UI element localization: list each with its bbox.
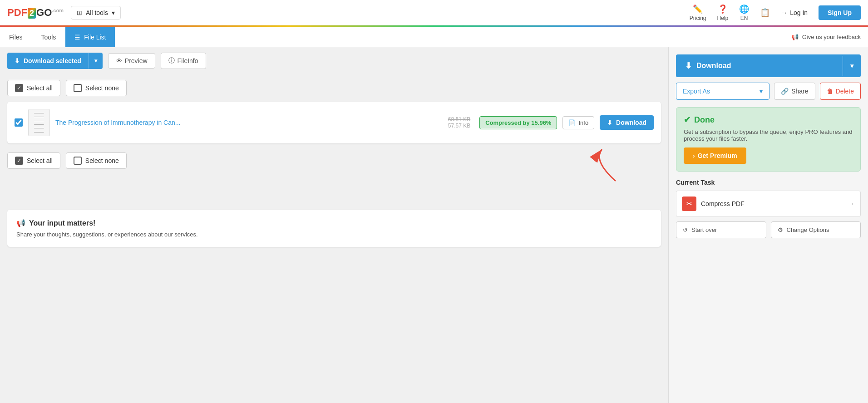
- left-panel: ⬇ Download selected ▾ 👁 Preview ⓘ FileIn…: [0, 47, 668, 403]
- pricing-icon: ✏️: [693, 4, 703, 14]
- lang-label: EN: [740, 15, 748, 21]
- action-row: Export As ▾ 🔗 Share 🗑 Delete: [676, 83, 861, 100]
- right-panel: ⬇ Download ▾ Export As ▾ 🔗 Share 🗑 Delet…: [668, 47, 868, 403]
- current-task-label: Current Task: [676, 179, 861, 186]
- language-nav[interactable]: 🌐 EN: [739, 4, 749, 21]
- file-thumbnail: ──────────────────────────────: [28, 109, 50, 136]
- file-list-label: File List: [84, 34, 106, 41]
- done-text: Get a subscription to bypass the queue, …: [684, 128, 853, 142]
- start-over-button[interactable]: ↺ Start over: [676, 221, 766, 238]
- log-in-label: Log In: [790, 9, 808, 16]
- grid-icon: ⊞: [77, 9, 82, 16]
- top-select-bar: ✓ Select all Select none: [7, 74, 661, 102]
- download-file-button[interactable]: ⬇ Download: [600, 115, 654, 130]
- share-label: Share: [791, 88, 808, 95]
- download-dropdown-arrow[interactable]: ▾: [843, 56, 861, 76]
- premium-arrow-icon: ›: [693, 152, 695, 159]
- select-all-label-bottom: Select all: [27, 157, 53, 164]
- feedback-text: Share your thoughts, suggestions, or exp…: [16, 231, 652, 238]
- select-none-button-bottom[interactable]: Select none: [66, 152, 127, 169]
- feedback-title-text: Your input matters!: [29, 219, 95, 227]
- done-title: ✔ Done: [684, 115, 853, 125]
- select-none-button-top[interactable]: Select none: [66, 80, 127, 96]
- file-item: ────────────────────────────── The Progr…: [7, 102, 661, 143]
- info-doc-icon: 📄: [568, 119, 576, 126]
- megaphone-icon: 📢: [791, 34, 799, 40]
- compress-pdf-icon: ✂: [682, 197, 696, 211]
- feedback-nav[interactable]: 📢 Give us your feedback: [791, 34, 868, 40]
- get-premium-label: Get Premium: [698, 152, 737, 159]
- delete-button[interactable]: 🗑 Delete: [820, 83, 861, 100]
- download-file-label: Download: [616, 119, 646, 126]
- fileinfo-label: FileInfo: [178, 57, 198, 64]
- file-list-nav[interactable]: ☰ File List: [65, 27, 115, 47]
- tools-nav[interactable]: Tools: [32, 27, 66, 47]
- pricing-label: Pricing: [690, 15, 706, 21]
- change-options-button[interactable]: ⚙ Change Options: [771, 221, 861, 238]
- logo[interactable]: PDF2GO.com: [7, 7, 64, 19]
- download-main-text[interactable]: ⬇ Download: [676, 54, 843, 77]
- task-row: ✂ Compress PDF →: [676, 191, 861, 217]
- feedback-section: 📢 Your input matters! Share your thought…: [7, 210, 661, 247]
- task-arrow-icon: →: [848, 200, 855, 208]
- download-main-button[interactable]: ⬇ Download ▾: [676, 54, 861, 77]
- files-nav[interactable]: Files: [0, 27, 32, 47]
- help-label: Help: [717, 15, 728, 21]
- arrow-annotation: [7, 174, 661, 206]
- info-button[interactable]: 📄 Info: [562, 116, 594, 129]
- export-as-label: Export As: [683, 88, 710, 95]
- refresh-icon: ↺: [683, 226, 688, 233]
- all-tools-label: All tools: [86, 9, 108, 16]
- select-none-label-bottom: Select none: [85, 157, 119, 164]
- checked-checkbox-icon: ✓: [15, 84, 23, 92]
- share-button[interactable]: 🔗 Share: [774, 83, 815, 100]
- all-tools-button[interactable]: ⊞ All tools ▾: [71, 6, 121, 20]
- log-in-button[interactable]: → Log In: [781, 9, 808, 16]
- select-all-button-bottom[interactable]: ✓ Select all: [7, 152, 60, 169]
- fileinfo-button[interactable]: ⓘ FileInfo: [161, 53, 206, 69]
- get-premium-button[interactable]: › Get Premium: [684, 147, 746, 164]
- help-nav[interactable]: ❓ Help: [717, 4, 728, 21]
- file-list-area: ✓ Select all Select none ───────────────…: [0, 74, 668, 174]
- delete-label: Delete: [836, 88, 854, 95]
- chevron-down-icon: ▾: [112, 9, 115, 16]
- select-none-label-top: Select none: [85, 84, 119, 92]
- download-selected-main[interactable]: ⬇ Download selected: [7, 53, 89, 69]
- feedback-label: Give us your feedback: [802, 34, 861, 40]
- download-icon: ⬇: [15, 57, 20, 64]
- checkmark-icon: ✔: [684, 115, 690, 125]
- file-name[interactable]: The Progression of Immunotherapy in Can.…: [55, 119, 443, 126]
- compressed-badge: Compressed by 15.96%: [479, 116, 557, 129]
- download-selected-label: Download selected: [24, 57, 81, 64]
- header-right: ✏️ Pricing ❓ Help 🌐 EN 📋 → Log In Sign U…: [690, 4, 861, 21]
- select-all-button-top[interactable]: ✓ Select all: [7, 80, 60, 96]
- trash-icon: 🗑: [827, 88, 833, 95]
- pricing-nav[interactable]: ✏️ Pricing: [690, 4, 706, 21]
- red-arrow-svg: [579, 147, 634, 183]
- history-nav[interactable]: 📋: [760, 8, 770, 18]
- share-icon: 🔗: [781, 88, 789, 95]
- download-selected-dropdown[interactable]: ▾: [89, 53, 103, 69]
- gear-icon: ⚙: [778, 226, 783, 233]
- bottom-actions: ↺ Start over ⚙ Change Options: [676, 221, 861, 238]
- download-main-icon: ⬇: [685, 61, 692, 71]
- download-file-icon: ⬇: [607, 119, 612, 126]
- history-icon: 📋: [760, 8, 770, 18]
- sign-up-button[interactable]: Sign Up: [819, 5, 861, 20]
- globe-icon: 🌐: [739, 4, 749, 14]
- download-selected-button[interactable]: ⬇ Download selected ▾: [7, 53, 103, 69]
- export-chevron-icon: ▾: [760, 88, 763, 95]
- export-as-button[interactable]: Export As ▾: [676, 83, 769, 100]
- file-checkbox[interactable]: [15, 118, 23, 127]
- file-sizes: 68.51 KB 57.57 KB: [448, 116, 470, 129]
- select-all-label-top: Select all: [27, 84, 53, 92]
- start-over-label: Start over: [691, 226, 717, 233]
- pdf-thumbnail-preview: ──────────────────────────────: [34, 111, 44, 134]
- checked-checkbox-icon-bottom: ✓: [15, 157, 23, 165]
- list-icon: ☰: [74, 34, 80, 41]
- preview-button[interactable]: 👁 Preview: [108, 53, 155, 69]
- done-card: ✔ Done Get a subscription to bypass the …: [676, 107, 861, 172]
- preview-label: Preview: [125, 57, 148, 64]
- megaphone-feedback-icon: 📢: [16, 219, 25, 227]
- download-main-label: Download: [696, 62, 731, 70]
